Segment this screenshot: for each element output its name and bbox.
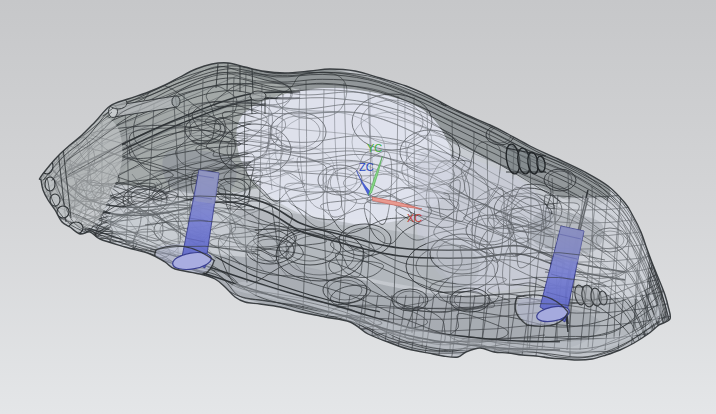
svg-text:YC: YC [367,142,382,154]
svg-text:XC: XC [407,212,422,224]
svg-text:ZC: ZC [359,161,374,173]
